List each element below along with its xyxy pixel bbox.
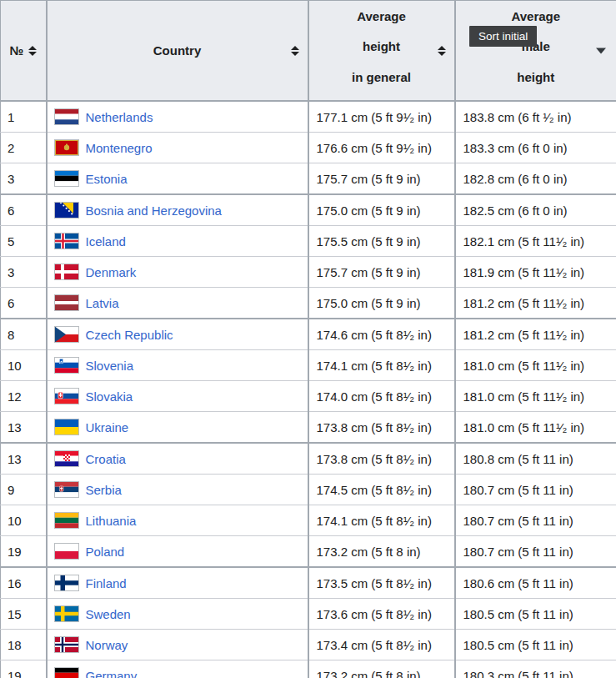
country-cell: Slovakia — [47, 381, 308, 412]
country-link[interactable]: Bosnia and Herzegovina — [86, 203, 222, 218]
country-link[interactable]: Denmark — [86, 265, 137, 279]
serbia-flag-icon — [54, 481, 79, 498]
table-row: 12 Slovakia 174.0 cm (5 ft 8¹⁄₂ in) 181.… — [1, 381, 616, 412]
column-header-country-label: Country — [153, 43, 202, 58]
country-link[interactable]: Finland — [86, 576, 127, 590]
column-header-country[interactable]: Country — [47, 1, 308, 102]
rank-cell: 12 — [1, 381, 47, 412]
country-cell: Serbia — [47, 475, 308, 505]
rank-cell: 10 — [1, 350, 47, 381]
denmark-flag-icon — [54, 264, 79, 280]
slovenia-flag-icon — [54, 357, 79, 374]
rank-cell: 3 — [1, 257, 47, 288]
ukraine-flag-icon — [54, 419, 79, 435]
country-link[interactable]: Montenegro — [86, 141, 153, 155]
rank-cell: 15 — [1, 599, 47, 630]
country-cell: Slovenia — [47, 350, 308, 381]
column-header-rank-label: № — [9, 43, 23, 58]
country-link[interactable]: Germany — [86, 669, 138, 678]
height-male-cell: 180.7 cm (5 ft 11 in) — [455, 536, 616, 568]
height-general-cell: 175.0 cm (5 ft 9 in) — [308, 194, 455, 226]
table-row: 1 Netherlands 177.1 cm (5 ft 9¹⁄₂ in) 18… — [1, 101, 616, 133]
finland-flag-icon — [54, 575, 79, 591]
country-link[interactable]: Czech Republic — [86, 328, 173, 342]
country-cell: Denmark — [47, 257, 308, 288]
rank-cell: 13 — [1, 443, 47, 475]
croatia-flag-icon — [54, 450, 79, 467]
rank-cell: 19 — [1, 660, 47, 678]
country-link[interactable]: Slovakia — [86, 389, 133, 404]
country-link[interactable]: Norway — [86, 638, 128, 652]
rank-cell: 5 — [1, 226, 47, 257]
table-row: 15 Sweden 173.6 cm (5 ft 8¹⁄₂ in) 180.5 … — [1, 599, 616, 630]
sweden-flag-icon — [54, 605, 79, 622]
table-row: 13 Ukraine 173.8 cm (5 ft 8¹⁄₂ in) 181.0… — [1, 412, 616, 444]
rank-cell: 6 — [1, 194, 47, 226]
rank-cell: 1 — [1, 101, 47, 133]
country-link[interactable]: Ukraine — [86, 420, 129, 434]
country-link[interactable]: Iceland — [86, 234, 126, 249]
table-row: 5 Iceland 175.5 cm (5 ft 9 in) 182.1 cm … — [1, 226, 616, 257]
height-male-cell: 180.7 cm (5 ft 11 in) — [455, 475, 616, 505]
table-row: 19 Poland 173.2 cm (5 ft 8 in) 180.7 cm … — [1, 536, 616, 568]
table-row: 9 Serbia 174.5 cm (5 ft 8¹⁄₂ in) 180.7 c… — [1, 475, 616, 505]
height-male-cell: 180.8 cm (5 ft 11 in) — [455, 443, 616, 475]
country-link[interactable]: Poland — [86, 545, 125, 559]
bosnia-flag-icon — [54, 202, 79, 218]
country-link[interactable]: Lithuania — [86, 514, 137, 528]
germany-flag-icon — [54, 667, 79, 678]
height-general-cell: 173.4 cm (5 ft 8¹⁄₂ in) — [308, 630, 455, 660]
country-cell: Poland — [47, 536, 308, 568]
table-row: 10 Lithuania 174.1 cm (5 ft 8¹⁄₂ in) 180… — [1, 505, 616, 536]
country-link[interactable]: Croatia — [86, 452, 126, 466]
country-link[interactable]: Estonia — [86, 172, 128, 186]
height-general-cell: 174.1 cm (5 ft 8¹⁄₂ in) — [308, 505, 455, 536]
height-male-cell: 180.7 cm (5 ft 11 in) — [455, 505, 616, 536]
country-cell: Iceland — [47, 226, 308, 257]
country-link[interactable]: Sweden — [86, 607, 131, 621]
height-male-cell: 182.1 cm (5 ft 11¹⁄₂ in) — [455, 226, 616, 257]
rank-cell: 2 — [1, 133, 47, 163]
table-row: 2 Montenegro 176.6 cm (5 ft 9¹⁄₂ in) 183… — [1, 133, 616, 163]
country-cell: Croatia — [47, 443, 308, 475]
header-line: in general — [352, 63, 411, 93]
country-cell: Germany — [47, 660, 308, 678]
table-row: 8 Czech Republic 174.6 cm (5 ft 8¹⁄₂ in)… — [1, 319, 616, 350]
column-header-rank[interactable]: № — [1, 1, 47, 102]
column-header-height-male[interactable]: Average male height — [455, 1, 616, 102]
country-link[interactable]: Serbia — [86, 483, 122, 497]
header-row: № Country Average height in general — [1, 1, 616, 102]
sort-both-icon — [28, 46, 37, 56]
country-cell: Sweden — [47, 599, 308, 630]
column-header-height-general[interactable]: Average height in general — [308, 1, 455, 102]
table-row: 10 Slovenia 174.1 cm (5 ft 8¹⁄₂ in) 181.… — [1, 350, 616, 381]
average-height-table: № Country Average height in general — [0, 0, 616, 678]
rank-cell: 3 — [1, 163, 47, 195]
height-general-cell: 174.0 cm (5 ft 8¹⁄₂ in) — [308, 381, 455, 412]
table-row: 3 Denmark 175.7 cm (5 ft 9 in) 181.9 cm … — [1, 257, 616, 288]
sort-descending-icon — [596, 48, 606, 53]
rank-cell: 16 — [1, 567, 47, 599]
country-link[interactable]: Netherlands — [86, 110, 153, 124]
netherlands-flag-icon — [54, 108, 79, 125]
table-row: 6 Bosnia and Herzegovina 175.0 cm (5 ft … — [1, 194, 616, 226]
height-general-cell: 175.7 cm (5 ft 9 in) — [308, 257, 455, 288]
czech-flag-icon — [54, 326, 79, 343]
height-male-cell: 181.0 cm (5 ft 11¹⁄₂ in) — [455, 381, 616, 412]
country-cell: Estonia — [47, 163, 308, 195]
height-male-cell: 181.0 cm (5 ft 11¹⁄₂ in) — [455, 350, 616, 381]
country-cell: Finland — [47, 567, 308, 599]
header-line: height — [363, 32, 400, 63]
height-male-cell: 181.0 cm (5 ft 11¹⁄₂ in) — [455, 412, 616, 444]
height-male-cell: 182.5 cm (6 ft 0 in) — [455, 194, 616, 226]
country-link[interactable]: Latvia — [86, 296, 119, 310]
country-cell: Ukraine — [47, 412, 308, 444]
height-general-cell: 173.8 cm (5 ft 8¹⁄₂ in) — [308, 412, 455, 444]
sort-tooltip: Sort initial — [469, 26, 537, 47]
country-link[interactable]: Slovenia — [86, 359, 134, 373]
slovakia-flag-icon — [54, 388, 79, 404]
height-male-cell: 183.8 cm (6 ft ¹⁄₂ in) — [455, 101, 616, 133]
height-male-cell: 181.2 cm (5 ft 11¹⁄₂ in) — [455, 319, 616, 350]
height-general-cell: 177.1 cm (5 ft 9¹⁄₂ in) — [308, 101, 455, 133]
height-male-cell: 181.2 cm (5 ft 11¹⁄₂ in) — [455, 288, 616, 319]
